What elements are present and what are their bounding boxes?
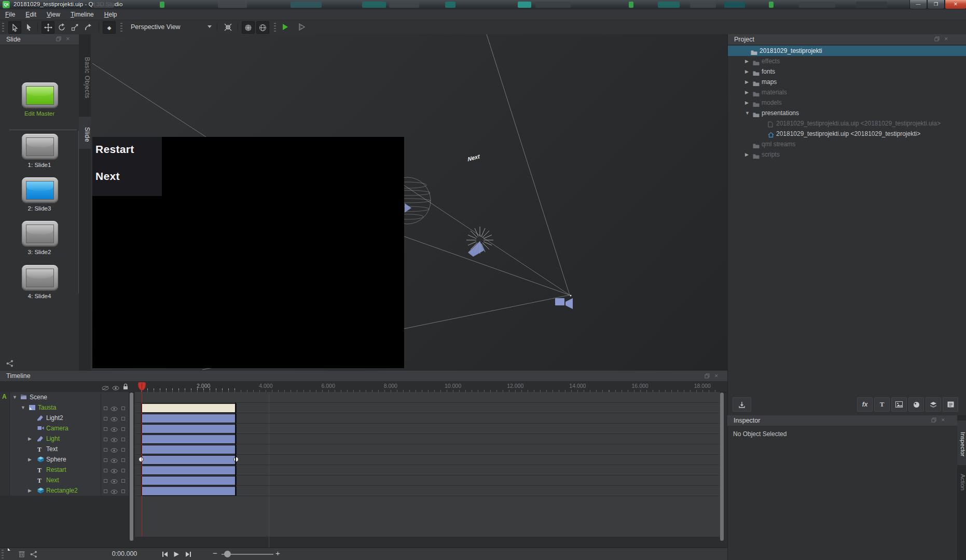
timeline-row-sphere[interactable]: Sphere	[46, 454, 66, 465]
expand-arrow-icon[interactable]: ▼	[745, 108, 750, 118]
timeline-graph-scrollbar[interactable]	[720, 393, 724, 541]
new-behavior-button[interactable]	[943, 397, 958, 412]
side-tab-action[interactable]: Action	[957, 466, 966, 496]
timeline-duration-bar[interactable]	[141, 424, 237, 433]
slide-thumbnail[interactable]	[22, 134, 58, 160]
lock-toggle[interactable]	[121, 407, 125, 410]
visibility-toggle[interactable]	[111, 478, 118, 485]
timeline-duration-bar[interactable]	[141, 466, 237, 475]
visibility-toggle[interactable]	[111, 426, 118, 433]
visibility-toggle[interactable]	[111, 457, 118, 465]
shy-toggle[interactable]	[104, 469, 107, 472]
project-tree-item[interactable]: ▶maps	[728, 77, 966, 87]
lock-toggle[interactable]	[121, 448, 125, 452]
move-tool-icon[interactable]	[42, 21, 54, 34]
expand-arrow-icon[interactable]: ▶	[745, 149, 749, 160]
timeline-row-tausta[interactable]: Tausta	[38, 402, 56, 413]
fit-selected-icon[interactable]	[222, 21, 234, 33]
local-global-transform-icon[interactable]	[82, 21, 94, 33]
zoom-in-icon[interactable]: +	[275, 549, 280, 557]
scene-restart-button[interactable]: Restart	[95, 143, 134, 156]
close-panel-icon[interactable]: ✕	[941, 417, 945, 423]
toolbar-grip[interactable]	[274, 23, 276, 32]
scale-tool-icon[interactable]	[69, 21, 81, 33]
timeline-zoom-slider-knob[interactable]	[224, 551, 231, 557]
restore-button[interactable]: ❐	[927, 0, 945, 9]
view-selector-dropdown[interactable]: Perspective View	[127, 21, 214, 33]
playhead-time-display[interactable]: 0:00.000	[104, 550, 145, 557]
keyframe-diamond-icon[interactable]: ◆	[103, 21, 116, 34]
new-effect-button[interactable]: fx	[857, 397, 873, 412]
shy-toggle[interactable]	[104, 417, 107, 421]
toolbar-grip[interactable]	[120, 23, 122, 32]
shaded-mode-icon[interactable]	[242, 21, 255, 34]
rotate-tool-icon[interactable]	[56, 21, 68, 33]
menu-view[interactable]: View	[42, 9, 65, 18]
project-tree-item[interactable]: ▶scripts	[728, 149, 966, 160]
lock-toggle[interactable]	[121, 479, 125, 483]
lock-toggle[interactable]	[121, 438, 125, 441]
float-panel-icon[interactable]	[934, 36, 940, 41]
lock-toggle[interactable]	[121, 417, 125, 421]
play-icon[interactable]	[173, 551, 180, 559]
new-material-button[interactable]	[908, 397, 924, 412]
timeline-row-text[interactable]: Text	[46, 444, 58, 454]
lock-toggle[interactable]	[121, 427, 125, 431]
expand-arrow-icon[interactable]: ▶	[745, 77, 749, 87]
shy-toggle[interactable]	[104, 438, 107, 441]
skip-to-start-icon[interactable]	[162, 551, 169, 559]
expand-arrow-icon[interactable]: ▶	[28, 433, 32, 444]
timeline-duration-bar[interactable]	[141, 486, 237, 496]
scene-next-button[interactable]: Next	[95, 170, 120, 183]
shy-toggle[interactable]	[104, 448, 107, 452]
timeline-duration-bar[interactable]	[141, 435, 237, 444]
timeline-row-light2[interactable]: Light2	[46, 413, 63, 423]
close-panel-icon[interactable]: ✕	[66, 36, 70, 41]
expand-arrow-icon[interactable]: ▶	[745, 56, 749, 66]
timeline-duration-bar[interactable]	[141, 403, 237, 413]
preview-play-icon[interactable]	[279, 21, 291, 33]
close-panel-icon[interactable]: ✕	[944, 36, 948, 41]
timeline-ruler[interactable]: 2.0004.0006.0008.00010.00012.00014.00016…	[0, 382, 727, 392]
project-tree-item[interactable]: ▼presentations	[728, 108, 966, 118]
group-select-tool-icon[interactable]	[23, 21, 35, 33]
slide-thumbnail[interactable]	[22, 265, 58, 291]
float-panel-icon[interactable]	[931, 417, 936, 423]
expand-arrow-icon[interactable]: ▶	[745, 66, 749, 77]
visibility-toggle[interactable]	[111, 488, 118, 496]
close-button[interactable]: ✕	[945, 0, 966, 9]
project-tree-item[interactable]: 20181029_testiprojekti.uip <20181029_tes…	[728, 129, 966, 139]
visibility-toggle[interactable]	[111, 468, 118, 475]
timeline-row-next[interactable]: Next	[46, 475, 59, 485]
slide-thumbnail[interactable]	[22, 177, 58, 203]
lock-toggle[interactable]	[121, 458, 125, 462]
slide-thumbnail[interactable]	[22, 82, 58, 108]
slide-share-icon[interactable]	[6, 360, 13, 369]
new-text-button[interactable]: T	[874, 397, 890, 412]
keyframe-marker[interactable]	[139, 457, 144, 462]
shy-toggle[interactable]	[104, 427, 107, 431]
close-panel-icon[interactable]: ✕	[714, 373, 719, 379]
timeline-row-rectangle2[interactable]: Rectangle2	[46, 485, 78, 496]
tab-slide[interactable]: Slide	[79, 117, 91, 149]
timeline-duration-bar[interactable]	[141, 455, 237, 465]
project-tree-item[interactable]: qml streams	[728, 139, 966, 149]
wireframe-mode-icon[interactable]	[256, 21, 269, 34]
timeline-duration-bar[interactable]	[141, 476, 237, 485]
project-tree-item[interactable]: ▶models	[728, 97, 966, 108]
delete-icon[interactable]	[19, 550, 25, 559]
expand-arrow-icon[interactable]: ▶	[745, 87, 749, 97]
float-panel-icon[interactable]	[56, 36, 61, 41]
expand-arrow-icon[interactable]: ▶	[28, 454, 32, 465]
shy-toggle[interactable]	[104, 489, 107, 493]
expand-arrow-icon[interactable]: ▼	[12, 392, 17, 402]
select-tool-icon[interactable]	[8, 21, 21, 34]
project-tree-item[interactable]: 20181029_testiprojekti	[728, 46, 966, 56]
project-tree-item[interactable]: ▶effects	[728, 56, 966, 66]
menu-help[interactable]: Help	[99, 9, 122, 18]
side-tab-inspector[interactable]: Inspector	[957, 421, 966, 465]
visibility-toggle[interactable]	[111, 447, 118, 454]
lock-toggle[interactable]	[121, 469, 125, 472]
slide-thumbnail[interactable]	[22, 221, 58, 247]
new-image-button[interactable]	[891, 397, 907, 412]
